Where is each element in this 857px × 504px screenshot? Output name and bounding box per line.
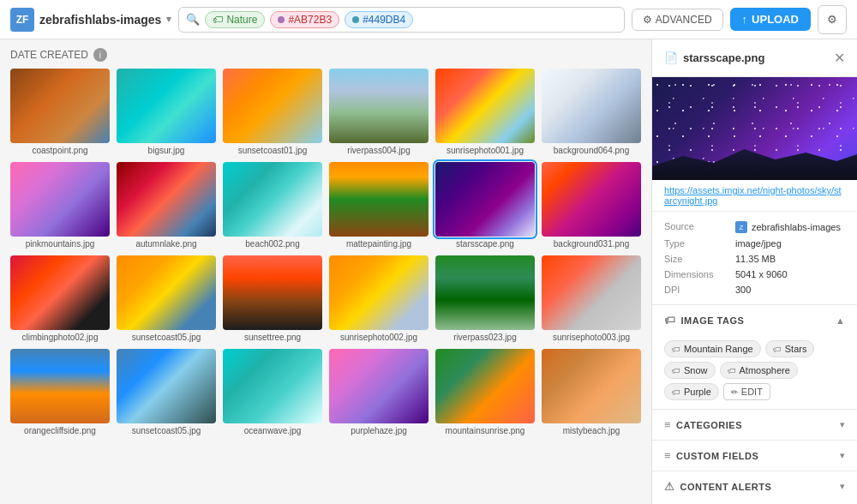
advanced-button[interactable]: ⚙ ADVANCED xyxy=(632,9,723,31)
image-thumbnail[interactable] xyxy=(542,69,641,143)
content-alerts-section-header[interactable]: ⚠ CONTENT ALERTS ▾ xyxy=(652,471,857,501)
info-icon[interactable]: i xyxy=(93,48,107,62)
tag-nature[interactable]: 🏷 Nature xyxy=(205,11,265,28)
image-name: sunrisephoto002.jpg xyxy=(329,333,428,342)
tag-purple[interactable]: 🏷 Purple xyxy=(664,383,719,400)
tag-color1-label: #AB72B3 xyxy=(288,14,332,26)
image-cell: coastpoint.png xyxy=(10,69,110,155)
image-name: sunrisephoto003.jpg xyxy=(542,333,641,342)
image-cell: pinkmountains.jpg xyxy=(10,162,110,249)
image-thumbnail[interactable] xyxy=(10,162,110,237)
image-name: riverpass023.jpg xyxy=(435,333,535,342)
categories-chevron: ▾ xyxy=(840,419,845,430)
upload-button[interactable]: ↑ UPLOAD xyxy=(730,8,811,31)
tags-area: 🏷 Mountain Range 🏷 Stars 🏷 Snow 🏷 Atmosp… xyxy=(652,335,857,409)
image-cell: sunrisephoto003.jpg xyxy=(542,255,641,342)
custom-fields-section-header[interactable]: ≡ CUSTOM FIELDS ▾ xyxy=(652,440,857,471)
image-tags-chevron: ▲ xyxy=(836,315,845,326)
edit-label: EDIT xyxy=(741,387,763,397)
source-icon: Z xyxy=(735,221,747,233)
tag-stars[interactable]: 🏷 Stars xyxy=(765,340,815,357)
image-name: oceanwave.jpg xyxy=(223,426,322,435)
image-thumbnail[interactable] xyxy=(329,162,428,237)
image-thumbnail[interactable] xyxy=(117,162,216,237)
search-icon: 🔍 xyxy=(186,13,200,26)
image-cell: riverpass004.jpg xyxy=(329,69,428,155)
image-name: mountainsunrise.png xyxy=(435,426,535,435)
image-cell: sunsetcoast01.jpg xyxy=(223,69,322,155)
image-cell: autumnlake.png xyxy=(117,162,216,249)
image-cell: beach002.png xyxy=(223,162,322,249)
categories-label: CATEGORIES xyxy=(676,420,742,430)
pencil-icon: ✏ xyxy=(731,387,738,397)
image-name: bigsur.jpg xyxy=(117,146,216,155)
image-cell: background031.png xyxy=(542,162,641,249)
image-thumbnail[interactable] xyxy=(117,69,216,143)
chevron-down-icon[interactable]: ▾ xyxy=(166,14,171,25)
sidebar: 📄 starsscape.png ✕ https://assets.imgix.… xyxy=(651,39,857,504)
image-tags-label: IMAGE TAGS xyxy=(681,315,745,326)
close-button[interactable]: ✕ xyxy=(834,50,845,66)
sidebar-link[interactable]: https://assets.imgix.net/night-photos/sk… xyxy=(652,180,857,212)
image-thumbnail[interactable] xyxy=(435,162,535,237)
main-content: DATE CREATED i coastpoint.pngbigsur.jpgs… xyxy=(0,39,857,504)
image-cell: background064.png xyxy=(542,69,641,155)
dpi-label: DPI xyxy=(664,285,728,295)
tag-snow[interactable]: 🏷 Snow xyxy=(664,362,716,379)
image-thumbnail[interactable] xyxy=(542,349,641,423)
image-thumbnail[interactable] xyxy=(435,255,535,330)
advanced-label: ADVANCED xyxy=(656,14,712,26)
image-cell: mountainsunrise.png xyxy=(435,349,535,435)
tag-icon: 🏷 xyxy=(672,345,680,354)
image-thumbnail[interactable] xyxy=(435,69,535,143)
image-cell: sunrisephoto002.jpg xyxy=(329,255,428,342)
image-cell: oceanwave.jpg xyxy=(223,349,322,435)
image-thumbnail[interactable] xyxy=(223,69,322,143)
tag-mountain-range[interactable]: 🏷 Mountain Range xyxy=(664,340,761,357)
image-thumbnail[interactable] xyxy=(117,255,216,330)
filter-icon: ⚙ xyxy=(643,14,652,26)
image-name: sunsetcoast01.jpg xyxy=(223,146,322,155)
tags-icon: 🏷 xyxy=(664,314,676,327)
categories-title: ≡ CATEGORIES xyxy=(664,418,742,431)
tag-atmosphere[interactable]: 🏷 Atmosphere xyxy=(720,362,798,379)
image-name: pinkmountains.jpg xyxy=(10,239,110,249)
image-cell: mattepainting.jpg xyxy=(329,162,428,249)
logo-area: ZF zebrafishlabs-images ▾ xyxy=(10,8,171,32)
tag-nature-label: Nature xyxy=(226,14,257,26)
image-thumbnail[interactable] xyxy=(329,349,428,423)
size-label: Size xyxy=(664,254,728,264)
image-thumbnail[interactable] xyxy=(10,255,110,330)
image-name: beach002.png xyxy=(223,239,322,249)
type-label: Type xyxy=(664,238,728,249)
content-alerts-label: CONTENT ALERTS xyxy=(680,482,772,492)
image-thumbnail[interactable] xyxy=(329,255,428,330)
settings-button[interactable]: ⚙ xyxy=(818,5,847,34)
image-thumbnail[interactable] xyxy=(10,349,110,423)
categories-section-header[interactable]: ≡ CATEGORIES ▾ xyxy=(652,409,857,440)
size-value: 11.35 MB xyxy=(735,254,776,264)
image-cell: orangecliffside.png xyxy=(10,349,110,435)
image-tags-section-header[interactable]: 🏷 IMAGE TAGS ▲ xyxy=(652,304,857,335)
image-name: sunsettree.png xyxy=(223,333,322,342)
edit-tags-button[interactable]: ✏ EDIT xyxy=(723,383,770,400)
image-cell: sunsettree.png xyxy=(223,255,322,342)
image-thumbnail[interactable] xyxy=(435,349,535,423)
image-thumbnail[interactable] xyxy=(117,349,216,423)
image-thumbnail[interactable] xyxy=(223,255,322,330)
sidebar-filename: 📄 starsscape.png xyxy=(664,51,764,64)
image-name: sunsetcoast05.jpg xyxy=(117,333,216,342)
tag-color1[interactable]: #AB72B3 xyxy=(270,11,339,28)
image-cell: riverpass023.jpg xyxy=(435,255,535,342)
image-thumbnail[interactable] xyxy=(223,162,322,237)
date-bar: DATE CREATED i xyxy=(10,39,641,69)
image-name: background064.png xyxy=(542,146,641,155)
image-thumbnail[interactable] xyxy=(10,69,110,143)
image-thumbnail[interactable] xyxy=(329,69,428,143)
tag-color2[interactable]: #449DB4 xyxy=(345,11,413,28)
image-thumbnail[interactable] xyxy=(223,349,322,423)
image-cell: sunsetcoast05.jpg xyxy=(117,255,216,342)
image-thumbnail[interactable] xyxy=(542,162,641,237)
image-name: starsscape.png xyxy=(435,239,535,249)
image-thumbnail[interactable] xyxy=(542,255,641,330)
